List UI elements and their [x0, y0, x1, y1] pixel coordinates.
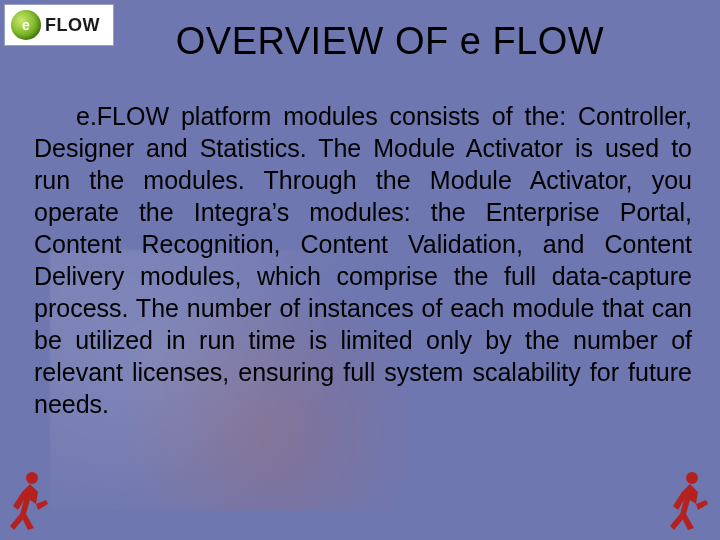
- slide-title: OVERVIEW OF e FLOW: [0, 20, 720, 63]
- svg-point-1: [686, 472, 698, 484]
- walking-person-icon: [666, 470, 712, 532]
- slide-body-text: e.FLOW platform modules consists of the:…: [34, 100, 692, 420]
- svg-point-0: [26, 472, 38, 484]
- slide: e FLOW OVERVIEW OF e FLOW e.FLOW platfor…: [0, 0, 720, 540]
- walking-person-icon: [6, 470, 52, 532]
